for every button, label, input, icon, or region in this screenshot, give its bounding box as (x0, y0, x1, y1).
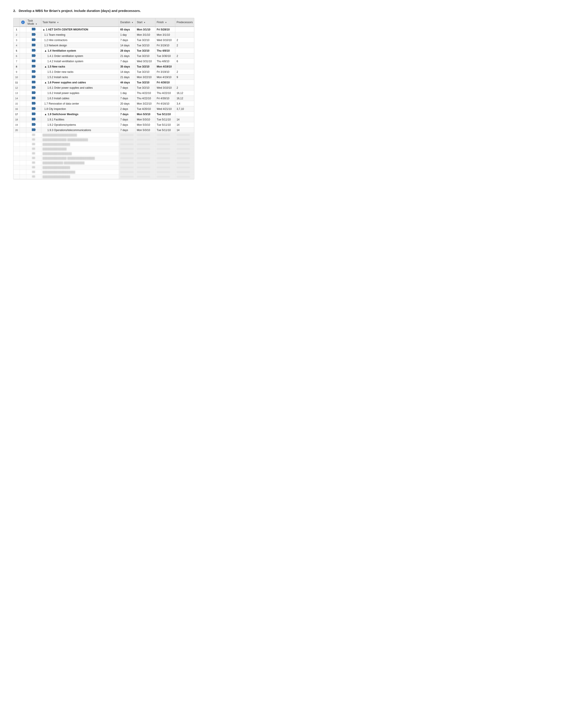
duration-cell: 1 day (119, 32, 135, 38)
predecessors-cell: 2 (175, 53, 194, 59)
th-task-mode[interactable]: TaskMode ▼ (26, 18, 41, 27)
finish-cell: Tue 5/11/10 (155, 112, 175, 117)
task-mode-cell (26, 64, 41, 69)
table-row-blurred: ██████████████ (13, 147, 194, 151)
start-cell: Mon 5/3/10 (135, 128, 155, 133)
row-info-cell (20, 32, 26, 38)
task-icon (32, 86, 35, 89)
task-icon (32, 33, 35, 36)
task-mode-cell (26, 43, 41, 48)
task-name-cell[interactable]: 1.3 Network design (41, 43, 119, 48)
table-header-row: i TaskMode ▼ Task Name ▼ Duration ▼ Star… (13, 18, 194, 27)
duration-cell: 1 day (119, 90, 135, 96)
row-number: 4 (13, 43, 20, 48)
predecessors-cell (175, 80, 194, 85)
th-duration[interactable]: Duration ▼ (119, 18, 135, 27)
task-name-cell[interactable]: ▲ 1.4 Ventillation system (41, 48, 119, 53)
th-predecessors: Predecessors (175, 18, 194, 27)
task-name-cell[interactable]: 1.6.1 Order power supplies and cables (41, 85, 119, 90)
task-name-cell[interactable]: 1.4.2 Install ventillation system (41, 59, 119, 64)
task-name-cell[interactable]: ▲ 1.6 Power supplies and cables (41, 80, 119, 85)
duration-cell: 20 days (119, 101, 135, 106)
table-row-blurred: ████████████████████ (13, 133, 194, 137)
task-icon (32, 107, 35, 110)
finish-cell: Fri 4/16/10 (155, 101, 175, 106)
finish-cell: Wed 4/21/10 (155, 106, 175, 112)
task-name-cell[interactable]: 1.1 Team meeting (41, 32, 119, 38)
duration-cell: 7 days (119, 112, 135, 117)
row-number: 8 (13, 64, 20, 69)
predecessors-cell (175, 112, 194, 117)
duration-cell: 7 days (119, 38, 135, 43)
predecessors-cell: 16,12 (175, 90, 194, 96)
finish-cell: Tue 5/11/10 (155, 128, 175, 133)
task-name-cell[interactable]: 1.2 Hire contractors (41, 38, 119, 43)
task-mode-cell (26, 117, 41, 122)
task-icon (32, 128, 35, 131)
finish-cell: Tue 5/11/10 (155, 122, 175, 128)
start-cell: Mon 3/1/10 (135, 27, 155, 32)
task-icon (32, 38, 35, 41)
predecessors-cell: 14 (175, 122, 194, 128)
start-cell: Mon 5/3/10 (135, 122, 155, 128)
finish-cell: Fri 4/30/10 (155, 96, 175, 101)
table-row: 91.5.1 Order new racks14 daysTue 3/2/10F… (13, 69, 194, 75)
table-row-blurred: ████████████ ████████████ (13, 161, 194, 165)
start-cell: Tue 3/2/10 (135, 69, 155, 75)
task-name-cell[interactable]: 1.5.2 Install racks (41, 75, 119, 80)
predecessors-cell: 9 (175, 75, 194, 80)
table-row: 151.7 Renovation of data center20 daysMo… (13, 101, 194, 106)
task-name-cell[interactable]: 1.7 Renovation of data center (41, 101, 119, 106)
task-name-cell[interactable]: 1.4.1 Order ventillation system (41, 53, 119, 59)
task-mode-cell (26, 90, 41, 96)
predecessors-cell: 2 (175, 69, 194, 75)
finish-cell: Fri 4/30/10 (155, 80, 175, 85)
task-name-cell[interactable]: 1.6.2 Install power supplies (41, 90, 119, 96)
row-number: 18 (13, 117, 20, 122)
table-row: 21.1 Team meeting1 dayMon 3/1/10Mon 3/1/… (13, 32, 194, 38)
duration-cell: 14 days (119, 43, 135, 48)
row-number: 3 (13, 38, 20, 43)
task-mode-cell (26, 38, 41, 43)
task-icon (32, 44, 35, 46)
task-name-cell[interactable]: 1.9.1 Facilities (41, 117, 119, 122)
task-icon (32, 91, 35, 94)
task-name-cell[interactable]: ▲ 1 AET DATA CENTER MIGRATION (41, 27, 119, 32)
start-cell: Tue 3/2/10 (135, 43, 155, 48)
task-name-cell[interactable]: 1.9.3 Operations/telecommunications (41, 128, 119, 133)
task-mode-cell (26, 101, 41, 106)
duration-cell: 7 days (119, 85, 135, 90)
wbs-table: i TaskMode ▼ Task Name ▼ Duration ▼ Star… (13, 18, 194, 179)
table-row: 201.9.3 Operations/telecommunications7 d… (13, 128, 194, 133)
duration-cell: 7 days (119, 117, 135, 122)
task-name-cell[interactable]: 1.5.1 Order new racks (41, 69, 119, 75)
task-name-cell[interactable]: ▲ 1.5 New racks (41, 64, 119, 69)
row-number: 2 (13, 32, 20, 38)
task-name-cell[interactable]: 1.6.3 Install cables (41, 96, 119, 101)
th-start[interactable]: Start ▼ (135, 18, 155, 27)
finish-cell: Thu 4/22/10 (155, 90, 175, 96)
task-mode-cell (26, 96, 41, 101)
row-number: 5 (13, 48, 20, 53)
table-row: 61.4.1 Order ventillation system21 daysT… (13, 53, 194, 59)
task-name-cell[interactable]: ▲ 1.9 Switchover Meetings (41, 112, 119, 117)
task-icon (32, 123, 35, 126)
row-info-cell (20, 48, 26, 53)
th-task-name[interactable]: Task Name ▼ (41, 18, 119, 27)
task-icon (32, 70, 35, 73)
task-name-cell[interactable]: 1.9.2 Oprations/systems (41, 122, 119, 128)
finish-cell: Fri 5/28/10 (155, 27, 175, 32)
predecessors-cell: 14 (175, 117, 194, 122)
row-number: 14 (13, 96, 20, 101)
predecessors-cell (175, 64, 194, 69)
task-name-cell[interactable]: 1.8 City inspection (41, 106, 119, 112)
finish-cell: Mon 4/19/10 (155, 64, 175, 69)
predecessors-cell (175, 32, 194, 38)
predecessors-cell: 3,4 (175, 101, 194, 106)
start-cell: Tue 4/20/10 (135, 106, 155, 112)
page-heading: 2. Develop a WBS for Brian's project. In… (13, 9, 550, 13)
th-finish[interactable]: Finish ▼ (155, 18, 175, 27)
predecessors-cell: 2 (175, 85, 194, 90)
task-icon (32, 75, 35, 78)
start-cell: Mon 3/22/10 (135, 101, 155, 106)
